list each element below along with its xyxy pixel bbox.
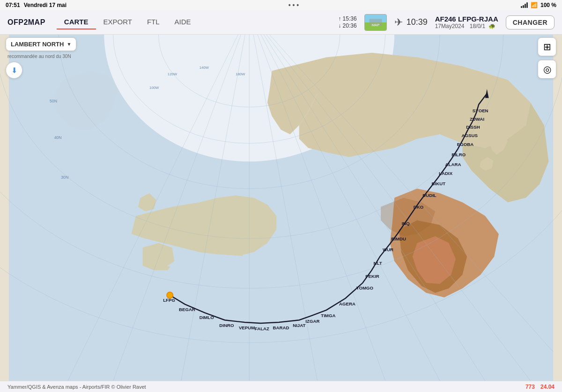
tab-ftl[interactable]: FTL — [140, 15, 167, 29]
svg-text:RIMDU: RIMDU — [391, 236, 406, 241]
svg-text:30N: 30N — [61, 175, 68, 180]
attribution: Yammer/QGIS & Avenza maps - Airports/FIR… — [7, 384, 146, 390]
svg-text:PEKIR: PEKIR — [365, 274, 379, 279]
map-thumbnail[interactable]: MAP — [364, 14, 387, 31]
flight-info: ↑ 15:36 ↓ 20:36 MAP ✈ 10:39 AF246 LFPG-R… — [338, 14, 555, 31]
download-button[interactable]: ⬇ — [6, 62, 22, 79]
svg-text:DIMLO: DIMLO — [200, 315, 214, 320]
signal-icon — [521, 2, 528, 8]
status-date: Vendredi 17 mai — [24, 2, 67, 8]
location-icon: ◎ — [543, 64, 551, 75]
svg-text:LFPG: LFPG — [163, 298, 175, 303]
tab-export[interactable]: EXPORT — [96, 15, 140, 29]
svg-text:INQ: INQ — [402, 221, 410, 226]
svg-text:DISSH: DISSH — [466, 124, 480, 130]
location-button[interactable]: ◎ — [538, 60, 556, 79]
svg-text:EGOBA: EGOBA — [457, 142, 473, 147]
projection-subtitle: recommandée au nord du 30N — [6, 53, 76, 60]
flight-number: AF246 LFPG-RJAA — [435, 15, 498, 23]
app-title: OFP2MAP — [7, 18, 45, 27]
status-time: 07:51 — [6, 2, 20, 8]
nav-tabs: CARTE EXPORT FTL AIDE — [57, 15, 199, 29]
map-controls-left: LAMBERT NORTH ▼ recommandée au nord du 3… — [6, 37, 76, 79]
projection-label: LAMBERT NORTH — [11, 41, 64, 48]
svg-text:ZUWAI: ZUWAI — [470, 116, 484, 122]
svg-text:BIKUT: BIKUT — [432, 181, 446, 186]
svg-text:100W: 100W — [149, 86, 159, 90]
flight-duration: 10:39 — [407, 17, 428, 27]
map-controls-right: ⊞ ◎ — [538, 37, 556, 79]
plane-icon: ✈ — [394, 16, 403, 29]
layers-icon: ⊞ — [543, 41, 551, 52]
svg-text:AGERA: AGERA — [339, 301, 355, 306]
svg-text:DUDIL: DUDIL — [422, 193, 436, 198]
svg-text:MAP: MAP — [371, 22, 379, 27]
svg-point-6 — [329, 201, 349, 242]
svg-text:40N: 40N — [54, 135, 62, 140]
svg-text:NIJAT: NIJAT — [293, 323, 305, 328]
stats: 773 24.04 — [525, 384, 555, 390]
weather-block: ↑ 15:36 ↓ 20:36 — [338, 15, 356, 29]
svg-text:NLT: NLT — [374, 261, 382, 266]
svg-text:RILRO: RILRO — [451, 152, 466, 157]
stat-2: 24.04 — [540, 384, 555, 390]
svg-text:VEPUM: VEPUM — [239, 325, 255, 330]
svg-text:DKO: DKO — [414, 204, 424, 210]
changer-button[interactable]: CHANGER — [506, 15, 555, 29]
map-container[interactable]: caspian 30 — [0, 35, 562, 381]
flight-time-block: ✈ 10:39 — [394, 16, 428, 29]
sunset-time: ↓ 20:36 — [338, 22, 356, 29]
bottom-bar: Yammer/QGIS & Avenza maps - Airports/FIR… — [0, 381, 562, 392]
projection-selector[interactable]: LAMBERT NORTH ▼ — [6, 37, 76, 51]
layers-button[interactable]: ⊞ — [538, 37, 556, 56]
svg-text:TOMGO: TOMGO — [356, 285, 374, 290]
svg-text:120W: 120W — [168, 72, 177, 76]
svg-text:AGSUS: AGSUS — [461, 133, 478, 138]
svg-text:IZGAR: IZGAR — [305, 319, 319, 324]
svg-text:140W: 140W — [200, 65, 209, 70]
wifi-icon: 📶 — [531, 2, 538, 8]
flight-date: 17May2024 18/0/1 🐢 — [435, 23, 498, 29]
battery-status: 100 % — [540, 2, 556, 8]
sunrise-time: ↑ 15:36 — [338, 15, 356, 22]
chevron-down-icon: ▼ — [67, 42, 71, 47]
svg-text:LADIX: LADIX — [439, 171, 453, 176]
svg-text:FALAZ: FALAZ — [255, 326, 269, 331]
map-svg: caspian 30 — [0, 35, 562, 381]
svg-text:DINRO: DINRO — [219, 323, 234, 328]
tab-carte[interactable]: CARTE — [57, 15, 96, 29]
download-icon: ⬇ — [11, 66, 17, 75]
svg-text:BARAD: BARAD — [273, 325, 289, 330]
svg-text:TIMGA: TIMGA — [321, 313, 335, 318]
svg-text:WUR: WUR — [383, 247, 393, 252]
tab-aide[interactable]: AIDE — [167, 15, 199, 29]
svg-text:BEGAR: BEGAR — [179, 307, 195, 312]
svg-text:SYOEN: SYOEN — [473, 108, 488, 113]
status-bar: 07:51 Vendredi 17 mai • • • 📶 100 % — [0, 0, 562, 10]
svg-text:50N: 50N — [50, 99, 57, 103]
stat-1: 773 — [525, 384, 535, 390]
flight-details: AF246 LFPG-RJAA 17May2024 18/0/1 🐢 — [435, 15, 498, 29]
svg-text:180W: 180W — [236, 72, 245, 76]
svg-text:ALARA: ALARA — [445, 162, 461, 167]
nav-bar: OFP2MAP CARTE EXPORT FTL AIDE ↑ 15:36 ↓ … — [0, 10, 562, 35]
